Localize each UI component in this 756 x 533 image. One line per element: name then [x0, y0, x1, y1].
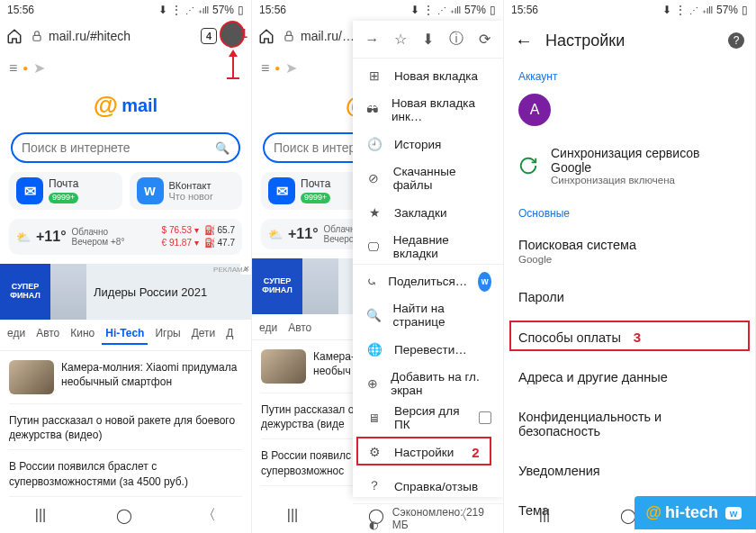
help-icon: ？: [365, 477, 383, 495]
mail-logo[interactable]: @mail: [9, 82, 242, 127]
android-navbar[interactable]: ||| ◯ 〈: [0, 497, 251, 533]
svg-rect-0: [33, 35, 40, 41]
signal-icon: ₊ıll: [198, 5, 209, 15]
setting-notifications[interactable]: Уведомления: [504, 451, 755, 491]
gear-icon: ⚙: [365, 443, 383, 461]
home-nav-icon[interactable]: ◯: [116, 507, 132, 524]
account-row[interactable]: A: [504, 88, 755, 137]
locate-icon[interactable]: ➤: [33, 59, 45, 77]
menu-history[interactable]: 🕘История: [353, 127, 504, 161]
search-icon[interactable]: 🔍: [215, 141, 230, 155]
home-icon[interactable]: [257, 27, 275, 45]
mail-icon: ✉: [16, 177, 43, 204]
help-icon[interactable]: ?: [728, 32, 744, 49]
section-main-label: Основные: [504, 198, 755, 225]
menu-data-saved[interactable]: ◐Сэкономлено: 219 МБс 22 мар.: [353, 503, 504, 533]
sync-row[interactable]: Синхронизация сервисов GoogleСинхронизац…: [504, 137, 755, 198]
recents-icon[interactable]: |||: [35, 507, 46, 523]
find-icon: 🔍: [365, 306, 382, 324]
menu-downloads[interactable]: ⊘Скачанные файлы: [353, 161, 504, 195]
battery-text: 57%: [212, 4, 234, 16]
weather-icon: ⛅: [16, 230, 31, 244]
vk-icon: w: [137, 177, 164, 204]
download-icon[interactable]: ⬇: [417, 28, 440, 51]
menu-desktop[interactable]: 🖥Версия для ПК: [353, 401, 504, 435]
weather-widget[interactable]: ⛅ +11° ОблачноВечером +8° $ 76.53 ▾€ 91.…: [9, 219, 242, 255]
watermark: @hi-techw: [634, 496, 756, 529]
share-icon: ⤿: [365, 273, 377, 291]
menu-new-tab[interactable]: ⊞Новая вкладка: [353, 59, 504, 93]
news-item[interactable]: В России появился браслет с супервозможн…: [9, 450, 242, 496]
history-icon: 🕘: [365, 135, 383, 153]
plus-icon: ⊞: [365, 67, 383, 85]
devices-icon: 🖵: [365, 238, 382, 256]
back-icon[interactable]: 〈: [202, 506, 216, 525]
setting-passwords[interactable]: Пароли: [504, 277, 755, 317]
bookmark-icon: ★: [365, 203, 383, 221]
star-icon[interactable]: ☆: [389, 28, 412, 51]
url-field[interactable]: mail.ru/#hitech: [31, 29, 194, 43]
wifi-icon: ⋰: [185, 5, 194, 15]
annotation-1: 1: [240, 25, 248, 41]
reload-icon[interactable]: ⟳: [472, 28, 496, 51]
vk-badge-icon: w: [478, 272, 491, 292]
svg-rect-1: [285, 35, 292, 41]
download-done-icon: ⊘: [365, 169, 382, 187]
menu-bookmarks[interactable]: ★Закладки: [353, 195, 504, 230]
service-mail[interactable]: ✉ Почта9999+: [9, 172, 122, 210]
annotation-3: 3: [634, 330, 641, 345]
ad-banner[interactable]: × СУПЕРФИНАЛ Лидеры России 2021 РЕКЛАМА: [0, 264, 251, 320]
news-item[interactable]: Камера-молния: Xiaomi придумала необычны…: [9, 351, 242, 404]
menu-settings[interactable]: ⚙Настройки 2: [353, 435, 504, 469]
screenshot-3: 15:56⬇⋮⋰₊ıll57%▯ ← Настройки ? Аккаунт A…: [504, 0, 756, 533]
more-status-icon: ⋮: [171, 4, 182, 16]
page-content: ≡ ● ➤ @mail Поиск в интернете 🔍 ✉ Почта9…: [0, 52, 251, 497]
forward-icon[interactable]: →: [361, 28, 384, 51]
url-bar: mail.ru/#hitech 4 1: [0, 20, 251, 52]
setting-payment-methods[interactable]: Способы оплаты 3: [504, 317, 755, 357]
annotation-2: 2: [472, 445, 479, 460]
settings-title: Настройки: [545, 32, 625, 50]
desktop-icon: 🖥: [365, 409, 383, 427]
status-time: 15:56: [7, 4, 34, 16]
menu-add-home[interactable]: ⊕Добавить на гл. экран: [353, 366, 504, 401]
avatar: A: [518, 94, 551, 126]
menu-translate[interactable]: 🌐Перевести…: [353, 332, 504, 366]
settings-header: ← Настройки ?: [504, 20, 755, 61]
menu-help[interactable]: ？Справка/отзыв: [353, 469, 504, 503]
checkbox-icon: [479, 411, 491, 424]
info-icon[interactable]: ⓘ: [445, 28, 468, 51]
status-bar: 15:56 ⬇ ⋮ ⋰ ₊ıll 57% ▯: [0, 0, 251, 20]
lock-icon: [31, 30, 43, 42]
section-account-label: Аккаунт: [504, 61, 755, 88]
hamburger-icon[interactable]: ≡: [9, 60, 17, 77]
menu-share[interactable]: ⤿Поделиться…w: [353, 264, 504, 298]
screenshot-1: 15:56 ⬇ ⋮ ⋰ ₊ıll 57% ▯ mail.ru/#hitech 4…: [0, 0, 252, 533]
category-tabs[interactable]: едиАвтоКиноHi-TechИгрыДетиД: [0, 320, 251, 351]
screenshot-2: 15:56⬇⋮⋰₊ıll57%▯ mail.ru/… ≡●➤ @mail Пои…: [252, 0, 504, 533]
translate-icon: 🌐: [365, 340, 383, 358]
chrome-overflow-menu: → ☆ ⬇ ⓘ ⟳ ⊞Новая вкладка 🕶Новая вкладка …: [353, 21, 504, 497]
menu-find[interactable]: 🔍Найти на странице: [353, 298, 504, 332]
setting-addresses[interactable]: Адреса и другие данные: [504, 357, 755, 397]
tab-switcher[interactable]: 4: [201, 28, 217, 44]
menu-recent-tabs[interactable]: 🖵Недавние вкладки: [353, 230, 504, 264]
sync-icon: [518, 156, 538, 176]
search-input[interactable]: Поиск в интернете 🔍: [11, 132, 240, 163]
add-home-icon: ⊕: [365, 375, 380, 393]
setting-search-engine[interactable]: Поисковая системаGoogle: [504, 225, 755, 277]
incognito-icon: 🕶: [365, 101, 381, 119]
battery-icon: ▯: [238, 4, 244, 16]
service-vk[interactable]: w ВКонтактЧто новоr: [130, 172, 243, 210]
news-thumbnail: [9, 360, 54, 394]
back-arrow-icon[interactable]: ←: [515, 31, 533, 51]
setting-privacy[interactable]: Конфиденциальность и безопасность: [504, 397, 755, 451]
news-item[interactable]: Путин рассказал о новой ракете для боево…: [9, 404, 242, 450]
data-saver-icon: ◐: [365, 516, 382, 534]
menu-new-incognito[interactable]: 🕶Новая вкладка инк…: [353, 93, 504, 127]
home-icon[interactable]: [5, 27, 23, 45]
download-icon: ⬇: [158, 4, 167, 16]
